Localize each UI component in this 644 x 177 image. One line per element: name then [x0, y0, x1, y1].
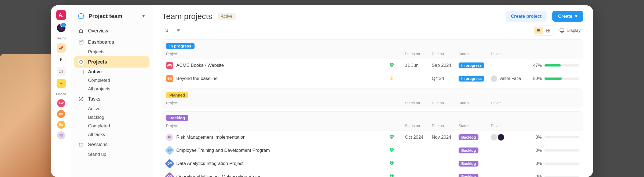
rail-team-4[interactable]: ✦: [57, 79, 66, 88]
left-rail: A. 5 Teams 🚀 F GT ✦ Pinned AW Bb Ro RI: [51, 5, 71, 177]
nav-sub-projects-all[interactable]: All projects: [74, 85, 149, 93]
rail-pinned-label: Pinned: [56, 92, 66, 96]
nav-label: Overview: [88, 28, 108, 34]
heart-icon: [389, 174, 394, 177]
user-avatar[interactable]: 5: [57, 24, 65, 32]
nav-sub-sessions-standup[interactable]: Stand up: [74, 150, 149, 159]
rail-pin-ri[interactable]: RI: [57, 131, 65, 139]
health-indicator: [389, 62, 400, 69]
app-logo[interactable]: A.: [56, 10, 66, 20]
heart-icon: [389, 160, 394, 166]
column-headers: Project Starts on Due on Status Driver: [166, 52, 579, 59]
chevron-down-icon: ▼: [140, 13, 147, 19]
svg-point-5: [165, 29, 167, 31]
driver-avatar: [491, 134, 497, 141]
start-date: 11 Jun: [405, 63, 432, 68]
group-label: Backlog: [166, 115, 188, 121]
project-row[interactable]: Bb Beyond the baseline Q4 24 In progress…: [162, 72, 583, 85]
project-row[interactable]: AW ACME Books - Website 11 Jun Sep 2024 …: [162, 59, 583, 72]
project-row[interactable]: DP Data Analytics Integration Project Ba…: [162, 157, 583, 170]
nav-sub-dashboards-projects[interactable]: Projects: [74, 48, 149, 56]
svg-point-11: [390, 78, 393, 80]
col-status: Status: [459, 101, 491, 105]
progress-percent: 0%: [536, 135, 542, 140]
group-in-progress: In progress Project Starts on Due on Sta…: [162, 39, 583, 85]
col-starts-on: Starts on: [405, 124, 432, 128]
health-indicator: [389, 174, 400, 177]
project-row[interactable]: OP Operational Efficiency Optimization P…: [162, 170, 583, 177]
col-driver: Driver: [491, 52, 531, 56]
progress-bar: [544, 64, 579, 67]
rail-pin-bb[interactable]: Bb: [57, 110, 65, 118]
rail-team-3[interactable]: GT: [57, 67, 66, 76]
col-due-on: Due on: [432, 101, 459, 105]
view-list-button[interactable]: [534, 27, 543, 34]
status-cell: Backlog: [459, 134, 491, 140]
create-label: Create: [558, 14, 572, 19]
home-icon: [78, 28, 84, 34]
search-button[interactable]: [162, 26, 171, 35]
col-status: Status: [459, 52, 491, 56]
col-driver: Driver: [491, 124, 531, 128]
progress-bar: [544, 163, 579, 165]
create-button[interactable]: Create ▾: [552, 11, 583, 22]
svg-point-3: [79, 97, 83, 101]
svg-rect-6: [547, 29, 548, 30]
progress-percent: 0%: [536, 161, 542, 166]
nav-label: Tasks: [88, 96, 100, 102]
progress-cell: 0%: [531, 148, 579, 153]
status-badge: Backlog: [459, 161, 478, 167]
col-project: Project: [166, 52, 405, 56]
col-driver: Driver: [491, 101, 531, 105]
main-content: Team projects Active Create project Crea…: [152, 5, 593, 177]
rail-team-2[interactable]: F: [57, 55, 66, 64]
status-badge: Backlog: [459, 148, 478, 153]
team-badge-icon: [77, 12, 85, 20]
col-project: Project: [166, 124, 405, 128]
rail-pin-ro[interactable]: Ro: [57, 121, 65, 129]
col-due-on: Due on: [432, 52, 459, 56]
project-icon: EP: [165, 146, 175, 156]
status-badge: In progress: [459, 62, 484, 68]
nav-sub-tasks-completed[interactable]: Completed: [74, 122, 149, 130]
nav-sub-projects-completed[interactable]: Completed: [74, 76, 149, 85]
project-name: Risk Management Implementation: [176, 135, 389, 140]
nav-projects[interactable]: Projects: [74, 56, 149, 68]
column-headers: Project Starts on Due on Status Driver: [166, 124, 579, 131]
group-label: In progress: [166, 43, 195, 49]
check-circle-icon: [78, 96, 84, 102]
status-cell: In progress: [459, 62, 491, 68]
svg-rect-10: [560, 29, 564, 31]
status-cell: Backlog: [459, 161, 491, 167]
nav-label: Dashboards: [88, 39, 114, 45]
status-cell: Backlog: [459, 174, 491, 177]
nav-sessions[interactable]: Sessions: [74, 139, 149, 150]
progress-percent: 50%: [533, 76, 542, 81]
toolbar: Display: [162, 25, 583, 36]
progress-cell: 0%: [531, 161, 579, 166]
progress-percent: 0%: [536, 148, 542, 153]
rail-team-1[interactable]: 🚀: [57, 43, 66, 53]
col-status: Status: [459, 124, 491, 128]
nav-sub-tasks-all[interactable]: All tasks: [74, 130, 149, 139]
filter-button[interactable]: [174, 26, 183, 35]
progress-percent: 0%: [536, 174, 542, 177]
rail-pin-aw[interactable]: AW: [57, 99, 65, 107]
project-name: Employee Training and Development Progra…: [176, 148, 389, 153]
team-name: Project team: [89, 13, 137, 19]
project-name: ACME Books - Website: [176, 63, 389, 68]
project-row[interactable]: EP Employee Training and Development Pro…: [162, 144, 583, 157]
svg-rect-7: [548, 29, 550, 30]
nav-tasks[interactable]: Tasks: [74, 93, 149, 105]
nav-sub-projects-active[interactable]: Active: [74, 68, 149, 76]
team-switcher[interactable]: Project team ▼: [74, 10, 149, 23]
nav-sub-tasks-active[interactable]: Active: [74, 105, 149, 113]
project-row[interactable]: RI Risk Management Implementation Oct 20…: [162, 131, 583, 144]
nav-dashboards[interactable]: Dashboards: [74, 36, 149, 48]
nav-sub-tasks-backlog[interactable]: Backlog: [74, 113, 149, 122]
display-button[interactable]: Display: [557, 26, 583, 35]
create-project-button[interactable]: Create project: [506, 11, 547, 22]
progress-cell: 50%: [531, 76, 579, 81]
nav-overview[interactable]: Overview: [74, 25, 149, 36]
view-grid-button[interactable]: [544, 27, 552, 34]
